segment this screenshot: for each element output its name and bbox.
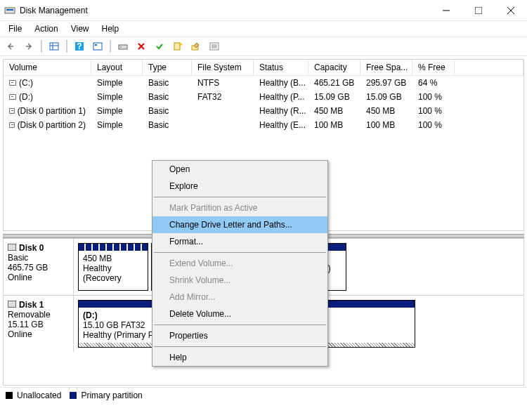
partition[interactable]: 450 MBHealthy (Recovery (78, 243, 148, 291)
toolbar-separator (66, 40, 67, 53)
forward-button[interactable] (21, 39, 37, 54)
delete-icon[interactable] (134, 39, 149, 54)
cell-fs: FAT32 (192, 91, 254, 103)
ctx-explore[interactable]: Explore (152, 178, 327, 195)
volume-row[interactable]: (Disk 0 partition 2)SimpleBasicHealthy (… (4, 118, 523, 132)
ctx-properties[interactable]: Properties (152, 327, 327, 344)
col-layout[interactable]: Layout (91, 60, 143, 75)
cell-free: 450 MB (360, 105, 412, 117)
app-icon (4, 5, 15, 16)
legend: Unallocated Primary partition (0, 387, 527, 403)
disk-kind: Removable (8, 310, 51, 320)
ctx-mirror: Add Mirror... (152, 289, 327, 306)
col-free[interactable]: Free Spa... (360, 60, 412, 75)
col-volume[interactable]: Volume (4, 60, 91, 75)
partition-label: 450 MBHealthy (Recovery (79, 251, 148, 286)
volume-name: (Disk 0 partition 1) (18, 106, 86, 116)
menu-file[interactable]: File (3, 22, 27, 35)
legend-unallocated: Unallocated (17, 391, 61, 400)
cell-layout: Simple (91, 77, 143, 88)
ctx-help[interactable]: Help (152, 349, 327, 366)
maximize-button[interactable] (462, 0, 495, 21)
menu-action[interactable]: Action (29, 22, 63, 35)
cell-fs (192, 119, 254, 131)
cell-pct: 64 % (412, 77, 455, 88)
volume-name: (D:) (19, 92, 33, 102)
disk-icon (8, 301, 16, 308)
drive-icon (9, 94, 16, 100)
svg-point-14 (120, 46, 122, 48)
cell-fs: NTFS (192, 77, 254, 88)
cell-type: Basic (143, 91, 192, 103)
ctx-extend: Extend Volume... (152, 255, 327, 272)
disk-name: Disk 0 (19, 243, 44, 253)
back-button[interactable] (3, 39, 18, 54)
ctx-separator (154, 197, 326, 197)
menu-view[interactable]: View (65, 22, 95, 35)
svg-rect-3 (475, 7, 482, 14)
disk-info[interactable]: Disk 1Removable15.11 GBOnline (4, 296, 74, 352)
cell-layout: Simple (91, 119, 143, 131)
toolbar-list-icon[interactable] (207, 39, 222, 54)
cell-pct: 100 % (412, 119, 455, 131)
ctx-change-letter[interactable]: Change Drive Letter and Paths... (152, 216, 327, 233)
cell-type: Basic (143, 105, 192, 117)
menubar: File Action View Help (0, 21, 527, 37)
disk-state: Online (8, 329, 32, 339)
context-menu: Open Explore Mark Partition as Active Ch… (152, 160, 328, 367)
ctx-open[interactable]: Open (152, 161, 327, 178)
cell-layout: Simple (91, 105, 143, 117)
cell-free: 15.09 GB (360, 91, 412, 103)
col-type[interactable]: Type (143, 60, 192, 75)
toolbar-settings-icon[interactable] (90, 39, 105, 54)
titlebar: Disk Management (0, 0, 527, 21)
disk-state: Online (8, 273, 32, 282)
toolbar-view-icon[interactable] (46, 39, 62, 54)
toolbar-disk-icon[interactable] (115, 39, 131, 54)
toolbar-separator (110, 40, 111, 53)
volume-name: (C:) (19, 78, 33, 88)
ctx-separator (154, 346, 326, 347)
ctx-separator (154, 324, 326, 325)
legend-primary: Primary partition (81, 391, 142, 400)
toolbar: ? (0, 37, 527, 56)
ctx-mark-active: Mark Partition as Active (152, 199, 327, 216)
toolbar-edit-icon[interactable] (188, 39, 204, 54)
cell-layout: Simple (91, 91, 143, 103)
col-fs[interactable]: File System (192, 60, 254, 75)
minimize-button[interactable] (430, 0, 462, 21)
window-title: Disk Management (20, 6, 430, 15)
col-extra[interactable] (455, 60, 523, 75)
toolbar-new-icon[interactable] (170, 39, 186, 54)
cell-free: 100 MB (360, 119, 412, 131)
col-status[interactable]: Status (254, 60, 308, 75)
volume-row[interactable]: (Disk 0 partition 1)SimpleBasicHealthy (… (4, 104, 523, 118)
volume-row[interactable]: (D:)SimpleBasicFAT32Healthy (P...15.09 G… (4, 90, 523, 104)
cell-type: Basic (143, 119, 192, 131)
ctx-separator (154, 252, 326, 253)
col-capacity[interactable]: Capacity (308, 60, 360, 75)
menu-help[interactable]: Help (96, 22, 125, 35)
ctx-delete[interactable]: Delete Volume... (152, 306, 327, 322)
toolbar-separator (41, 40, 42, 53)
cell-capacity: 15.09 GB (308, 91, 360, 103)
col-pct[interactable]: % Free (412, 60, 455, 75)
cell-pct: 100 % (412, 91, 455, 103)
svg-rect-6 (50, 43, 58, 50)
disk-info[interactable]: Disk 0Basic465.75 GBOnline (4, 239, 74, 295)
svg-rect-13 (119, 45, 127, 49)
drive-icon (9, 80, 16, 86)
volume-list-header: Volume Layout Type File System Status Ca… (4, 60, 523, 76)
help-icon[interactable]: ? (72, 39, 87, 54)
disk-name: Disk 1 (19, 300, 44, 310)
close-button[interactable] (495, 0, 527, 21)
toolbar-check-icon[interactable] (152, 39, 167, 54)
cell-status: Healthy (E... (254, 119, 308, 131)
svg-text:?: ? (77, 41, 82, 51)
cell-capacity: 450 MB (308, 105, 360, 117)
drive-icon (9, 108, 15, 114)
ctx-format[interactable]: Format... (152, 233, 327, 250)
volume-row[interactable]: (C:)SimpleBasicNTFSHealthy (B...465.21 G… (4, 76, 523, 90)
svg-rect-1 (6, 9, 13, 11)
ctx-shrink: Shrink Volume... (152, 272, 327, 289)
